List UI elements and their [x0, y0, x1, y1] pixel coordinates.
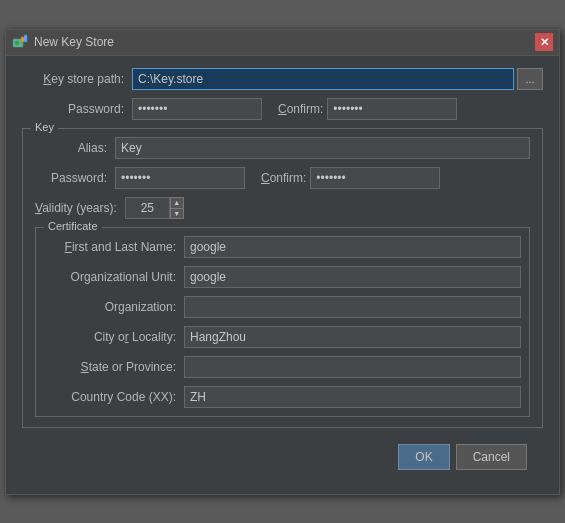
title-bar-left: New Key Store: [12, 34, 114, 50]
city-label: City or Locality:: [44, 330, 184, 344]
keystore-icon: [12, 34, 28, 50]
keystore-password-input[interactable]: [132, 98, 262, 120]
key-password-input[interactable]: [115, 167, 245, 189]
country-row: Country Code (XX):: [44, 386, 521, 408]
dialog-title: New Key Store: [34, 35, 114, 49]
org-unit-label: Organizational Unit:: [44, 270, 184, 284]
org-row: Organization:: [44, 296, 521, 318]
key-confirm-group: Confirm:: [261, 167, 440, 189]
state-input[interactable]: [184, 356, 521, 378]
key-section-title: Key: [31, 121, 58, 133]
svg-point-1: [15, 41, 19, 45]
key-password-row: Password: Confirm:: [35, 167, 530, 189]
key-section: Key Alias: Password: Confirm: Validity (…: [22, 128, 543, 428]
close-button[interactable]: ✕: [535, 33, 553, 51]
new-key-store-dialog: New Key Store ✕ Key store path: ... Pass…: [5, 29, 560, 495]
key-confirm-label: Confirm:: [261, 171, 310, 185]
key-confirm-input[interactable]: [310, 167, 440, 189]
keystore-path-label: Key store path:: [22, 72, 132, 86]
keystore-path-row: Key store path: ...: [22, 68, 543, 90]
certificate-section-title: Certificate: [44, 220, 102, 232]
svg-rect-3: [24, 35, 27, 42]
org-label: Organization:: [44, 300, 184, 314]
first-last-input[interactable]: [184, 236, 521, 258]
city-row: City or Locality:: [44, 326, 521, 348]
validity-label: Validity (years):: [35, 201, 125, 215]
keystore-confirm-input[interactable]: [327, 98, 457, 120]
org-input[interactable]: [184, 296, 521, 318]
title-bar: New Key Store ✕: [6, 30, 559, 56]
alias-input[interactable]: [115, 137, 530, 159]
keystore-password-row: Password: Confirm:: [22, 98, 543, 120]
keystore-confirm-label: Confirm:: [278, 102, 327, 116]
svg-rect-2: [21, 37, 24, 42]
alias-label: Alias:: [35, 141, 115, 155]
keystore-confirm-group: Confirm:: [278, 98, 457, 120]
city-input[interactable]: [184, 326, 521, 348]
org-unit-input[interactable]: [184, 266, 521, 288]
alias-row: Alias:: [35, 137, 530, 159]
spinner-down-button[interactable]: ▼: [170, 208, 184, 219]
dialog-content: Key store path: ... Password: Confirm: K…: [6, 56, 559, 494]
spinner-up-button[interactable]: ▲: [170, 197, 184, 208]
key-password-label: Password:: [35, 171, 115, 185]
validity-input[interactable]: [125, 197, 170, 219]
keystore-path-input[interactable]: [132, 68, 514, 90]
country-input[interactable]: [184, 386, 521, 408]
validity-row: Validity (years): ▲ ▼: [35, 197, 530, 219]
spinner-buttons: ▲ ▼: [170, 197, 184, 219]
bottom-bar: OK Cancel: [22, 436, 543, 482]
org-unit-row: Organizational Unit:: [44, 266, 521, 288]
validity-spinner: ▲ ▼: [125, 197, 184, 219]
ok-button[interactable]: OK: [398, 444, 449, 470]
cancel-button[interactable]: Cancel: [456, 444, 527, 470]
first-last-label: First and Last Name:: [44, 240, 184, 254]
first-last-row: First and Last Name:: [44, 236, 521, 258]
keystore-password-label: Password:: [22, 102, 132, 116]
browse-button[interactable]: ...: [517, 68, 543, 90]
country-label: Country Code (XX):: [44, 390, 184, 404]
state-row: State or Province:: [44, 356, 521, 378]
state-label: State or Province:: [44, 360, 184, 374]
certificate-section: Certificate First and Last Name: Organiz…: [35, 227, 530, 417]
